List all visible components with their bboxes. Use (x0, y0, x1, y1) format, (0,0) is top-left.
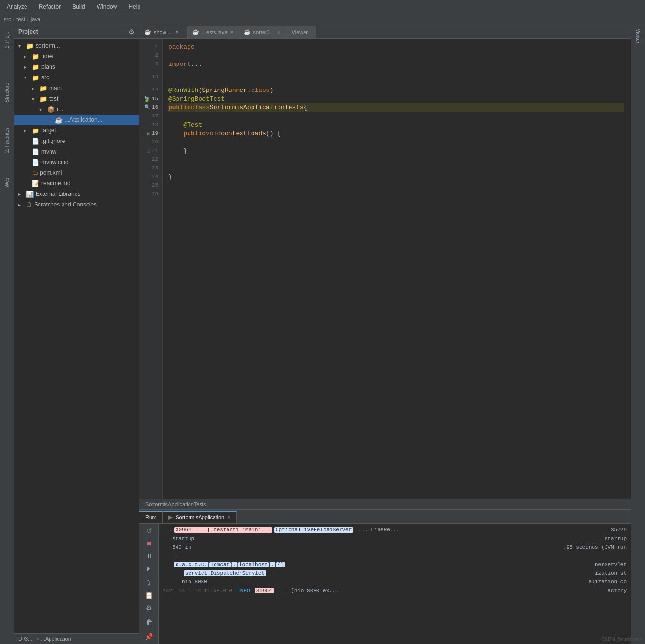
run-pause-btn[interactable]: ⏸ (144, 551, 154, 561)
editor-breadcrumb: SortormisApplicationTests (139, 499, 631, 509)
line-3: 3 (139, 60, 162, 68)
code-line-21: } (168, 146, 624, 155)
structure-panel-toggle[interactable]: Structure (3, 81, 11, 104)
tree-item-scratches[interactable]: ▸ 🗒 Scratches and Consoles (14, 199, 139, 210)
run-stop-btn[interactable]: ■ (144, 538, 154, 549)
menu-item-build[interactable]: Build (69, 2, 88, 11)
tree-label-package: r... (57, 106, 63, 113)
tab-sorter-label: sorter3... (253, 29, 274, 35)
editor-breadcrumb-text: SortormisApplicationTests (145, 502, 206, 507)
tree-item-main[interactable]: ▸ 📁 main (14, 83, 139, 93)
run-tab-run[interactable]: Run: (139, 511, 163, 523)
tab-viewer-label: Viewer (292, 29, 308, 35)
tree-item-mvnwcmd[interactable]: 📄 mvnw.cmd (14, 157, 139, 167)
right-panel-strip: Viewer (631, 25, 645, 644)
code-line-23 (168, 164, 624, 172)
log-line-6: servlet.DispatcherServlet ization st (163, 569, 627, 578)
project-panel: Project − ⚙ ▾ 📁 sortorm... ▸ 📁 .idea ▸ (14, 25, 139, 644)
menu-item-help[interactable]: Help (126, 2, 143, 11)
project-panel-header: Project − ⚙ (14, 25, 139, 39)
breadcrumb-src[interactable]: src (4, 16, 11, 22)
tree-item-gitignore[interactable]: 📄 .gitignore (14, 136, 139, 146)
run-tab-app[interactable]: ▶ SortormisApplication × (163, 511, 237, 523)
tree-arrow-root: ▾ (18, 43, 24, 49)
web-panel-toggle[interactable]: Web (3, 176, 11, 189)
code-line-16: public class SortormisApplicationTests { (168, 103, 624, 112)
tab-show-close[interactable]: × (176, 29, 179, 36)
tree-label-main: main (49, 85, 62, 91)
main-area: 1: Proj... Structure 2: Favorites Web Pr… (0, 25, 645, 644)
java-icon: ☕ (144, 29, 151, 35)
menu-item-refactor[interactable]: Refactor (36, 2, 63, 11)
tab-sorter[interactable]: ☕ sorter3... × (239, 26, 287, 38)
tree-item-readme[interactable]: 📝 readme.md (14, 178, 139, 189)
tree-item-extlibs[interactable]: ▸ 📊 External Libraries (14, 189, 139, 199)
line-18: 18 (139, 120, 162, 129)
code-line-3: import ... (168, 60, 624, 68)
run-tab-close[interactable]: × (227, 514, 230, 521)
tree-item-target[interactable]: ▸ 📁 target (14, 125, 139, 136)
panel-settings-btn[interactable]: ⚙ (127, 28, 135, 36)
viewer-panel-toggle[interactable]: Viewer (635, 29, 641, 43)
run-settings-btn[interactable]: ⚙ (144, 603, 154, 613)
panel-controls: − ⚙ (118, 28, 135, 36)
run-content: ↺ ■ ⏸ ⏵ ⤵ 📋 ⚙ 🗑 📌 ... 30964 --- [ restar… (139, 524, 631, 644)
editor-tabs: ☕ show-... × ☕ ...ests.java × ☕ sorter3.… (139, 25, 631, 39)
menu-bar: Analyze Refactor Build Window Help (0, 0, 645, 13)
tree-label-idea: .idea (41, 53, 54, 60)
tree-item-plans[interactable]: ▸ 📁 plans (14, 62, 139, 72)
tree-item-test[interactable]: ▾ 📁 test (14, 93, 139, 104)
tree-item-idea[interactable]: ▸ 📁 .idea (14, 51, 139, 62)
breadcrumb-bar: src › test › java (0, 13, 645, 25)
tree-label-readme: readme.md (41, 180, 71, 187)
breadcrumb-java[interactable]: java (31, 16, 40, 22)
code-line-24: } (168, 172, 624, 181)
log-line-3: 540 in .95 seconds (JVM run (163, 543, 627, 552)
favorites-panel-toggle[interactable]: 2: Favorites (3, 126, 11, 154)
tab-sorter-close[interactable]: × (277, 29, 280, 36)
tab-tests-close[interactable]: × (230, 29, 234, 36)
run-restart-btn[interactable]: ↺ (144, 526, 154, 536)
run-resume-btn[interactable]: ⏵ (144, 563, 154, 574)
path-text: D:\3... (18, 636, 32, 642)
tree-item-root[interactable]: ▾ 📁 sortorm... (14, 40, 139, 51)
line-16: 🔍16 (139, 103, 162, 112)
code-editor: 1 2 3 13 14 🍃15 🔍16 17 18 ▶19 20 ⊟21 22 … (139, 39, 631, 499)
tree-item-src[interactable]: ▾ 📁 src (14, 72, 139, 83)
log-line-1: ... 30964 --- [ restart1 'Main'... Optio… (163, 526, 627, 534)
run-step-btn[interactable]: ⤵ (144, 578, 154, 588)
tree-item-mvnw[interactable]: 📄 mvnw (14, 146, 139, 157)
tab-show[interactable]: ☕ show-... × (139, 26, 188, 38)
code-content[interactable]: package import ... @RunWith(SpringRunner… (163, 39, 624, 499)
tree-label-src: src (41, 74, 49, 81)
tree-item-package[interactable]: ▾ 📦 r... (14, 104, 139, 115)
run-panel-tabs: Run: ▶ SortormisApplication × (139, 510, 631, 524)
menu-item-analyze[interactable]: Analyze (4, 2, 30, 11)
left-panel-strip: 1: Proj... Structure 2: Favorites Web (0, 25, 14, 644)
java-icon-3: ☕ (244, 29, 251, 35)
tree-item-apptests[interactable]: ☕ ...Application... (14, 115, 139, 125)
code-line-14: @RunWith(SpringRunner.class) (168, 86, 624, 94)
run-log[interactable]: ... 30964 --- [ restart1 'Main'... Optio… (159, 524, 631, 644)
path-bar: D:\3... > ...Application (14, 633, 139, 644)
log-line-5: o.a.c.c.C.[Tomcat].[localhost].[/] nerSe… (163, 560, 627, 569)
menu-item-window[interactable]: Window (94, 2, 120, 11)
tab-tests[interactable]: ☕ ...ests.java × (188, 26, 239, 38)
log-line-2: startup startup (163, 534, 627, 543)
run-dump-btn[interactable]: 📋 (144, 590, 154, 601)
run-clear-btn[interactable]: 🗑 (144, 617, 154, 628)
tab-viewer[interactable]: Viewer (287, 26, 316, 38)
run-pin-btn[interactable]: 📌 (144, 631, 154, 642)
project-panel-toggle[interactable]: 1: Proj... (3, 29, 11, 50)
line-19: ▶19 (139, 129, 162, 138)
project-tree: ▾ 📁 sortorm... ▸ 📁 .idea ▸ 📁 plans ▾ 📁 s… (14, 39, 139, 633)
tree-label-extlibs: External Libraries (36, 191, 80, 197)
tab-show-label: show-... (154, 29, 173, 35)
line-22: 22 (139, 155, 162, 164)
tree-item-pom[interactable]: 🗂 pom.xml (14, 167, 139, 178)
tree-label-gitignore: .gitignore (41, 138, 65, 144)
tab-tests-label: ...ests.java (202, 29, 228, 35)
log-line-7: nio-8080- alization co (163, 578, 627, 586)
panel-minimize-btn[interactable]: − (118, 28, 126, 36)
breadcrumb-test[interactable]: test (16, 16, 25, 22)
